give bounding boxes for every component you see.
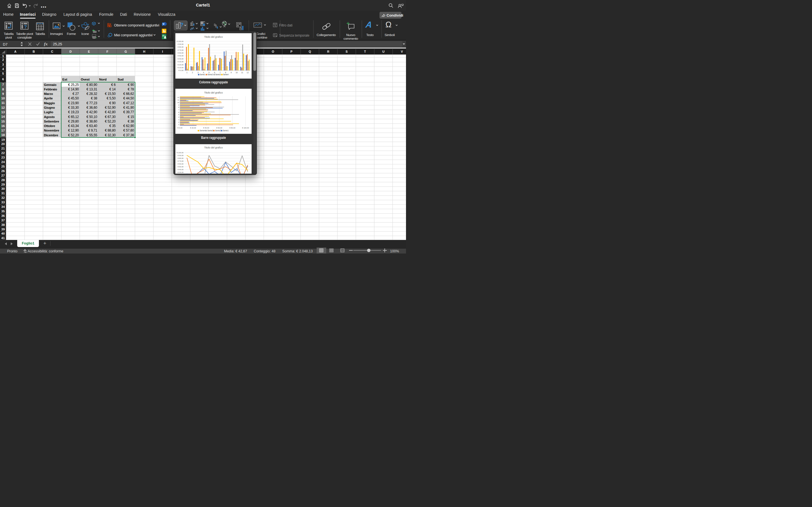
svg-text:Serie2: Serie2 [207, 73, 213, 75]
svg-text:9: 9 [2, 92, 4, 96]
svg-text:34: 34 [1, 205, 5, 209]
svg-text:31: 31 [1, 192, 5, 195]
svg-text:€ 42,80: € 42,80 [105, 110, 116, 114]
svg-text:€ 52,20: € 52,20 [68, 133, 79, 137]
svg-text:22: 22 [1, 152, 5, 155]
svg-text:28: 28 [1, 178, 5, 182]
svg-text:Gennaio: Gennaio [44, 83, 56, 87]
svg-text:€ 29,80: € 29,80 [68, 119, 79, 123]
svg-text:5: 5 [2, 72, 4, 75]
svg-text:€ 40,00: € 40,00 [203, 127, 209, 129]
svg-text:4: 4 [203, 71, 204, 73]
svg-text:Titolo del grafico: Titolo del grafico [204, 146, 223, 149]
svg-text:€ 52,90: € 52,90 [105, 106, 116, 110]
svg-text:€ 38: € 38 [128, 119, 134, 123]
svg-text:Sud: Sud [117, 78, 123, 81]
svg-text:Ottobre: Ottobre [44, 124, 55, 128]
svg-text:€ 28,32: € 28,32 [87, 92, 97, 96]
svg-text:7: 7 [220, 71, 221, 73]
svg-text:8: 8 [179, 106, 180, 108]
svg-text:5: 5 [209, 71, 210, 73]
svg-text:€ 100,00: € 100,00 [177, 40, 184, 42]
svg-text:€ 52,20: € 52,20 [105, 119, 116, 123]
svg-text:13: 13 [1, 110, 5, 114]
svg-text:16: 16 [1, 124, 5, 128]
svg-text:15: 15 [1, 120, 5, 123]
svg-text:10: 10 [236, 71, 238, 73]
svg-text:6: 6 [2, 77, 4, 81]
svg-text:€ 20,00: € 20,00 [190, 127, 196, 129]
svg-text:Serie3: Serie3 [207, 129, 213, 132]
svg-text:B: B [33, 50, 35, 53]
svg-text:€ 78: € 78 [128, 87, 134, 91]
svg-text:Nord: Nord [99, 78, 107, 81]
svg-text:35: 35 [1, 210, 5, 213]
svg-text:2: 2 [179, 121, 180, 123]
svg-text:1: 1 [186, 71, 188, 73]
svg-text:€ 45,50: € 45,50 [68, 97, 79, 101]
svg-text:2: 2 [2, 58, 4, 62]
svg-text:Novembre: Novembre [44, 129, 59, 132]
svg-text:11: 11 [1, 101, 5, 105]
svg-text:€ 37,36: € 37,36 [123, 133, 134, 137]
svg-text:€ 88,80: € 88,80 [105, 129, 116, 133]
svg-text:€ 19,23: € 19,23 [68, 110, 79, 114]
svg-text:€ 36,60: € 36,60 [87, 106, 98, 110]
svg-text:€ 27: € 27 [72, 92, 79, 96]
svg-text:Aprile: Aprile [44, 97, 53, 100]
svg-text:€ 100,00: € 100,00 [242, 127, 249, 129]
svg-text:32: 32 [1, 196, 5, 200]
svg-text:€ 90,00: € 90,00 [177, 154, 184, 156]
svg-text:Serie3: Serie3 [215, 73, 221, 75]
svg-text:9: 9 [179, 104, 180, 106]
svg-text:€ 100,00: € 100,00 [177, 152, 184, 154]
svg-text:5: 5 [179, 114, 180, 116]
svg-text:€ 20,00: € 20,00 [177, 63, 184, 65]
svg-text:12: 12 [177, 97, 179, 99]
svg-text:€ 5,50: € 5,50 [107, 97, 116, 101]
svg-text:20: 20 [1, 143, 5, 146]
svg-text:I: I [162, 50, 163, 53]
svg-text:36: 36 [1, 214, 5, 217]
svg-text:€ 60,00: € 60,00 [177, 163, 184, 165]
svg-text:€ 80,00: € 80,00 [177, 46, 184, 48]
svg-text:V: V [401, 50, 403, 53]
svg-text:30: 30 [1, 187, 5, 191]
svg-text:D: D [69, 50, 71, 53]
svg-text:€ 44,50: € 44,50 [123, 97, 134, 101]
svg-text:Serie1: Serie1 [200, 73, 206, 75]
svg-text:€ 70,00: € 70,00 [177, 160, 184, 162]
svg-text:26: 26 [1, 169, 5, 173]
svg-text:€ 14,90: € 14,90 [68, 87, 79, 91]
svg-text:29: 29 [1, 183, 5, 186]
svg-text:V: V [163, 22, 164, 25]
svg-text:12: 12 [1, 106, 5, 109]
svg-text:O: O [272, 50, 274, 53]
svg-text:€ 40,00: € 40,00 [177, 168, 184, 170]
svg-text:€ 60,00: € 60,00 [216, 127, 222, 129]
svg-text:10: 10 [1, 97, 5, 100]
svg-text:€ 0,00: € 0,00 [177, 127, 183, 129]
svg-text:1: 1 [2, 54, 4, 58]
svg-text:€ 50,00: € 50,00 [177, 55, 184, 57]
svg-text:8: 8 [2, 88, 4, 91]
svg-text:Titolo del grafico: Titolo del grafico [204, 91, 223, 94]
svg-text:Agosto: Agosto [44, 115, 55, 119]
svg-text:€ 63,40: € 63,40 [87, 124, 98, 128]
svg-text:Serie1: Serie1 [223, 129, 229, 132]
svg-text:Giugno: Giugno [44, 106, 55, 109]
svg-text:€ 90,00: € 90,00 [177, 43, 184, 45]
svg-text:€ 55,55: € 55,55 [87, 133, 98, 137]
svg-text:€ 33,30: € 33,30 [68, 106, 79, 110]
svg-text:10: 10 [177, 101, 179, 103]
svg-text:€ 42,90: € 42,90 [87, 110, 98, 114]
svg-text:40: 40 [1, 232, 5, 235]
svg-text:Settembre: Settembre [44, 120, 59, 123]
svg-text:3: 3 [2, 63, 4, 66]
svg-text:€ 10,00: € 10,00 [177, 66, 184, 68]
svg-text:Dicembre: Dicembre [44, 133, 58, 137]
svg-text:6: 6 [214, 71, 215, 73]
svg-text:€ 30,00: € 30,00 [177, 172, 184, 173]
svg-text:17: 17 [1, 129, 5, 132]
svg-text:€ 32,30: € 32,30 [105, 133, 116, 137]
